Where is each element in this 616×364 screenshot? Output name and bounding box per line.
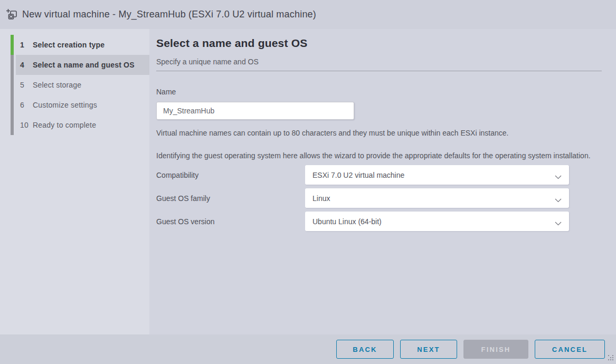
- guest-os-family-row: Guest OS family Linux: [156, 188, 602, 208]
- finish-button: FINISH: [463, 340, 528, 359]
- step-item-customize-settings[interactable]: 6 Customize settings: [16, 95, 149, 115]
- new-vm-wizard-dialog: New virtual machine - My_StreamHub (ESXi…: [0, 0, 616, 364]
- step-label: Select creation type: [33, 41, 105, 49]
- guest-os-family-select[interactable]: Linux: [305, 188, 569, 208]
- guest-os-family-value: Linux: [312, 194, 330, 203]
- chevron-down-icon: [555, 219, 562, 227]
- wizard-footer: BACK NEXT FINISH CANCEL: [0, 334, 616, 364]
- step-number: 1: [20, 41, 29, 49]
- step-item-ready-to-complete[interactable]: 10 Ready to complete: [16, 115, 149, 135]
- step-progress-bar: [11, 95, 14, 115]
- dialog-title: New virtual machine - My_StreamHub (ESXi…: [22, 9, 316, 20]
- cancel-button[interactable]: CANCEL: [535, 340, 605, 359]
- page-subtitle: Specify a unique name and OS: [156, 58, 602, 66]
- wizard-steps-nav: 1 Select creation type 4 Select a name a…: [0, 29, 149, 334]
- guest-os-version-label: Guest OS version: [156, 217, 305, 226]
- guest-os-version-value: Ubuntu Linux (64-bit): [312, 217, 382, 226]
- step-progress-bar: [11, 75, 14, 95]
- section-divider: [156, 71, 602, 71]
- page-title: Select a name and guest OS: [156, 37, 602, 50]
- next-button[interactable]: NEXT: [400, 340, 457, 359]
- step-label: Select a name and guest OS: [33, 61, 135, 69]
- step-progress-bar: [11, 55, 14, 75]
- vm-name-input[interactable]: [156, 102, 354, 120]
- chevron-down-icon: [555, 196, 562, 204]
- step-progress-bar: [11, 35, 14, 55]
- name-field-label: Name: [156, 88, 602, 96]
- step-number: 6: [20, 101, 29, 109]
- step-progress-bar: [11, 115, 14, 135]
- chevron-down-icon: [555, 173, 562, 181]
- compatibility-label: Compatibility: [156, 171, 305, 179]
- step-item-select-creation-type[interactable]: 1 Select creation type: [16, 35, 149, 55]
- dialog-titlebar: New virtual machine - My_StreamHub (ESXi…: [0, 0, 616, 29]
- compatibility-row: Compatibility ESXi 7.0 U2 virtual machin…: [156, 165, 602, 185]
- resize-grip[interactable]: [608, 355, 614, 361]
- back-button[interactable]: BACK: [336, 340, 394, 359]
- guest-os-help-text: Identifying the guest operating system h…: [156, 150, 594, 161]
- guest-os-version-row: Guest OS version Ubuntu Linux (64-bit): [156, 212, 602, 231]
- step-item-select-storage[interactable]: 5 Select storage: [16, 75, 149, 95]
- step-number: 4: [20, 61, 29, 69]
- step-label: Customize settings: [33, 101, 97, 109]
- step-number: 5: [20, 81, 29, 89]
- step-label: Select storage: [33, 81, 81, 89]
- step-label: Ready to complete: [33, 121, 96, 129]
- compatibility-value: ESXi 7.0 U2 virtual machine: [312, 171, 404, 179]
- wizard-page-content: Select a name and guest OS Specify a uni…: [149, 29, 616, 334]
- step-item-select-name-guest-os[interactable]: 4 Select a name and guest OS: [16, 55, 149, 75]
- guest-os-family-label: Guest OS family: [156, 194, 305, 203]
- new-vm-icon: [5, 8, 19, 22]
- step-number: 10: [20, 121, 29, 129]
- compatibility-select[interactable]: ESXi 7.0 U2 virtual machine: [305, 165, 569, 185]
- guest-os-version-select[interactable]: Ubuntu Linux (64-bit): [305, 212, 569, 231]
- name-help-text: Virtual machine names can contain up to …: [156, 127, 602, 139]
